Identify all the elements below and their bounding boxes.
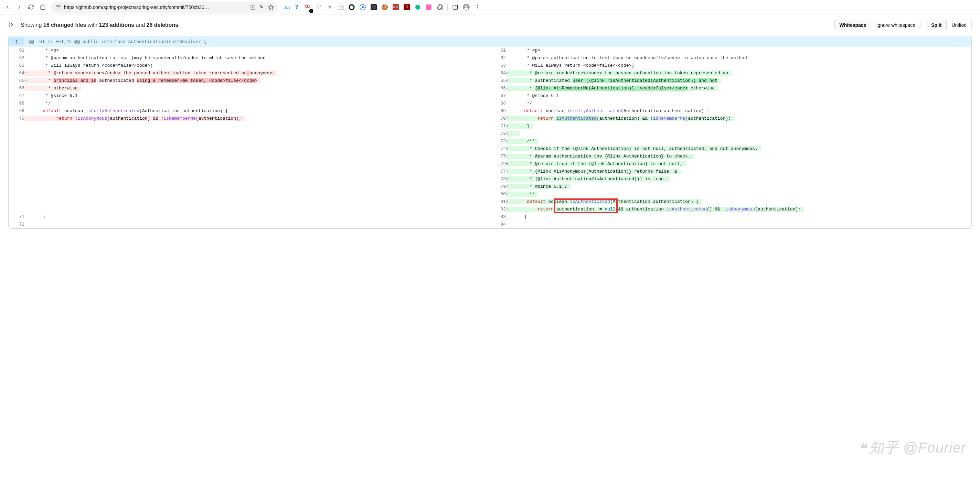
diff-row: 62 * @param authentication to test (may … [9, 54, 971, 62]
diff-row: 68 */68 */ [9, 100, 971, 107]
diff-row: 69 default boolean isFullyAuthenticated(… [9, 107, 971, 115]
hunk-header: @@ -61,13 +61,25 @@ public interface Aut… [9, 36, 971, 47]
whitespace-button[interactable]: Whitespace [835, 20, 871, 30]
side-panel-icon[interactable] [450, 2, 460, 12]
extension-icon[interactable] [424, 2, 434, 12]
svg-point-13 [477, 5, 477, 5]
diff-row: 71+ } [9, 122, 971, 130]
svg-point-9 [415, 5, 420, 10]
diff-row: 81+ default boolean isAuthenticated(Auth… [9, 198, 971, 206]
back-button[interactable] [3, 2, 13, 12]
hunk-text: @@ -61,13 +61,25 @@ public interface Aut… [24, 38, 971, 45]
diff-row: 76+ * @return true if the {@link Authent… [9, 160, 971, 168]
diff-row: 63 * will always return <code>false</cod… [9, 62, 971, 70]
site-settings-icon[interactable] [55, 4, 61, 10]
svg-point-14 [477, 6, 477, 7]
diff-row: 7284 [9, 221, 971, 228]
whitespace-toggle: Whitespace Ignore whitespace [834, 20, 921, 30]
browser-toolbar: https://github.com/spring-projects/sprin… [0, 0, 980, 14]
diff-row: 70− return !isAnonymous(authentication) … [9, 115, 971, 122]
svg-rect-0 [56, 5, 58, 7]
diff-row: 61 * <p>61 * <p> [9, 47, 971, 54]
extensions-area: 200 ? 3 ♡ ▼ JS ⬛ 🍪 👓 O [284, 2, 482, 12]
profile-avatar[interactable] [461, 2, 471, 12]
extension-icon[interactable]: 🍪 [380, 2, 390, 12]
extension-icon[interactable]: ♡ [314, 2, 323, 12]
extension-icon[interactable]: ⬛ [369, 2, 379, 12]
diff-row: 65− * principal and is authenticated usi… [9, 77, 971, 84]
extension-icon[interactable] [358, 2, 368, 12]
extension-icon[interactable] [413, 2, 423, 12]
view-toggle: Split Unified [926, 20, 972, 30]
diff-row: 67 * @since 6.167 * @since 6.1 [9, 92, 971, 100]
diff-summary: Showing 16 changed files with 123 additi… [21, 22, 180, 28]
extension-icon[interactable]: O [402, 2, 412, 12]
status-badge: 200 [284, 5, 290, 9]
expand-files-icon[interactable] [8, 22, 15, 29]
diff-table: 61 * <p>61 * <p> 62 * @param authenticat… [9, 47, 971, 228]
extension-icon[interactable]: 3 [303, 2, 312, 12]
diff-row: 82+ return authentication != null && aut… [9, 206, 971, 213]
install-icon[interactable] [250, 4, 256, 10]
home-button[interactable] [38, 2, 48, 12]
diff-container: @@ -61,13 +61,25 @@ public interface Aut… [8, 36, 972, 229]
highlight-annotation: authentication != null [557, 206, 616, 212]
ignore-whitespace-button[interactable]: Ignore whitespace [871, 20, 920, 30]
extension-icon[interactable]: JS [336, 2, 345, 12]
unified-view-button[interactable]: Unified [946, 20, 971, 30]
diff-row: 75+ * @param authentication the {@link A… [9, 153, 971, 160]
diff-row: 79+ * @since 6.1.7 [9, 183, 971, 191]
svg-rect-1 [59, 5, 60, 7]
expand-hunk-icon[interactable] [9, 38, 24, 45]
svg-point-8 [362, 6, 364, 8]
extensions-puzzle-icon[interactable] [435, 2, 445, 12]
extension-icon[interactable]: 👓 [391, 2, 401, 12]
reload-button[interactable] [26, 2, 36, 12]
diff-row: 64− * @return <code>true</code> the pass… [9, 70, 971, 77]
separator [447, 4, 448, 11]
svg-point-6 [349, 5, 354, 10]
diff-toolbar: Showing 16 changed files with 123 additi… [0, 14, 980, 36]
forward-button[interactable] [14, 2, 24, 12]
address-bar[interactable]: https://github.com/spring-projects/sprin… [51, 2, 278, 13]
help-icon[interactable]: ? [292, 2, 301, 12]
translate-icon[interactable] [259, 4, 265, 10]
diff-row: 74+ * Checks if the {@link Authenticatio… [9, 145, 971, 153]
diff-row: 73+ /** [9, 138, 971, 145]
svg-point-15 [477, 9, 477, 9]
menu-dots-icon[interactable] [473, 2, 482, 12]
split-view-button[interactable]: Split [926, 20, 946, 30]
svg-rect-10 [453, 5, 458, 9]
svg-marker-3 [269, 5, 274, 9]
diff-row: 78+ * {@link Authentication#isAuthentica… [9, 175, 971, 183]
diff-row: 77+ * {@link #isAnonymous(Authentication… [9, 168, 971, 175]
bookmark-star-icon[interactable] [268, 4, 274, 10]
diff-row: 71 }83 } [9, 213, 971, 221]
url-text: https://github.com/spring-projects/sprin… [64, 5, 247, 10]
extension-icon[interactable]: ▼ [325, 2, 334, 12]
extension-icon[interactable] [347, 2, 356, 12]
diff-row: 72+ [9, 130, 971, 138]
diff-row: 80+ */ [9, 191, 971, 198]
diff-row: 66− * otherwise 66+ * {@link #isRemember… [9, 84, 971, 92]
